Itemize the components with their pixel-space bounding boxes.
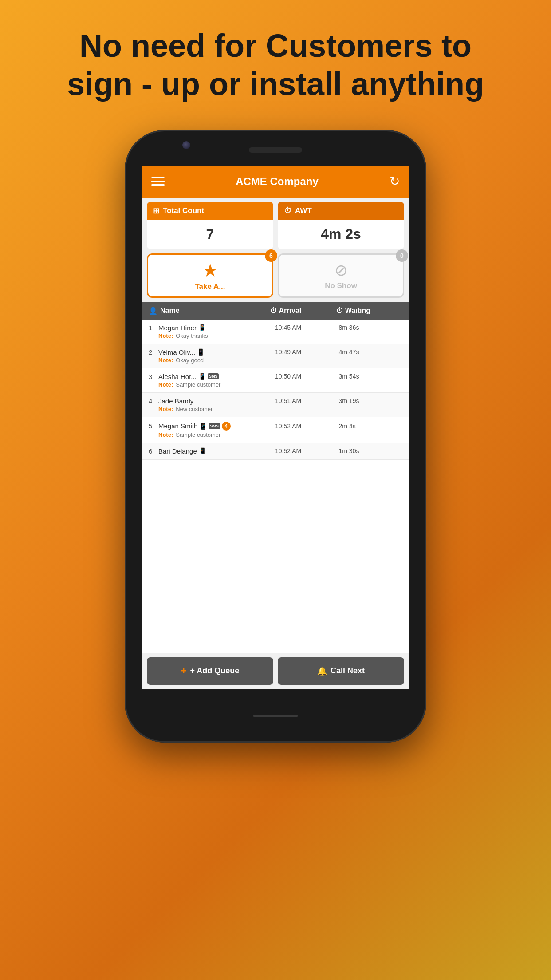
table-row[interactable]: 5 Megan Smith 📱SMS4 10:52 AM 2m 4s Note:… — [142, 417, 409, 443]
no-show-label: No Show — [325, 281, 357, 290]
queue-waiting: 4m 47s — [339, 348, 402, 356]
queue-arrival: 10:45 AM — [275, 324, 338, 331]
phone-top-bar — [125, 130, 426, 166]
col-name: Name — [160, 307, 180, 315]
table-row[interactable]: 1 Megan Hiner 📱 10:45 AM 8m 36s Note: Ok… — [142, 320, 409, 344]
note-label: Note: — [158, 357, 173, 364]
grid-icon: ⊞ — [153, 206, 159, 216]
stats-row: ⊞ Total Count 7 ⏱ AWT 4m 2s — [142, 198, 409, 253]
queue-name-cell: Velma Oliv... 📱 — [158, 348, 275, 356]
person-icon: 👤 — [149, 307, 157, 315]
note-label: Note: — [158, 406, 173, 412]
queue-name-cell: Bari Delange 📱 — [158, 447, 275, 455]
note-text: Okay thanks — [176, 332, 208, 339]
queue-arrival: 10:52 AM — [275, 447, 338, 454]
queue-arrival: 10:49 AM — [275, 348, 338, 356]
total-count-label: Total Count — [163, 206, 204, 215]
queue-note: Note: New customer — [149, 406, 402, 412]
add-queue-label: + Add Queue — [190, 666, 240, 676]
col-arrival: Arrival — [279, 307, 302, 315]
note-label: Note: — [158, 431, 173, 438]
total-count-value: 7 — [147, 220, 273, 249]
no-show-icon: ⊘ — [335, 261, 348, 280]
bell-icon: 🔔 — [317, 666, 327, 676]
phone-bottom — [253, 689, 298, 743]
add-queue-button[interactable]: + + Add Queue — [147, 657, 273, 685]
call-next-label: Call Next — [331, 666, 365, 676]
queue-number: 2 — [149, 348, 158, 356]
home-bar — [253, 715, 298, 717]
total-count-card: ⊞ Total Count 7 — [147, 202, 273, 249]
queue-waiting: 1m 30s — [339, 447, 402, 454]
clock-icon: ⏱ — [284, 206, 291, 215]
table-row[interactable]: 3 Alesha Hor... 📱SMS 10:50 AM 3m 54s Not… — [142, 368, 409, 393]
queue-name: Megan Smith — [158, 422, 197, 430]
table-row[interactable]: 4 Jade Bandy 10:51 AM 3m 19s Note: New c… — [142, 393, 409, 417]
queue-number: 3 — [149, 373, 158, 380]
queue-note: Note: Sample customer — [149, 431, 402, 438]
note-text: Okay good — [176, 357, 204, 364]
queue-name: Bari Delange — [158, 447, 197, 455]
queue-waiting: 3m 54s — [339, 373, 402, 380]
speaker — [249, 147, 302, 153]
queue-name: Alesha Hor... — [158, 373, 197, 380]
no-show-count: 0 — [396, 249, 408, 262]
queue-number: 1 — [149, 324, 158, 332]
sms-icon: SMS — [209, 423, 220, 429]
phone-screen: ACME Company ↻ ⊞ Total Count 7 ⏱ AWT 4m … — [142, 166, 409, 689]
app-title: ACME Company — [236, 175, 319, 188]
phone-icon: 📱 — [199, 447, 206, 454]
waiting-clock-icon: ⏱ — [336, 307, 343, 315]
queue-number: 6 — [149, 447, 158, 455]
call-next-button[interactable]: 🔔 Call Next — [278, 657, 404, 685]
queue-arrival: 10:52 AM — [275, 423, 338, 430]
menu-button[interactable] — [151, 177, 165, 186]
no-show-badge[interactable]: 0 ⊘ No Show — [278, 253, 404, 298]
awt-label: AWT — [295, 206, 312, 215]
app-header: ACME Company ↻ — [142, 166, 409, 198]
queue-note: Note: Sample customer — [149, 381, 402, 388]
table-header: 👤 Name ⏱ Arrival ⏱ Waiting — [142, 302, 409, 320]
queue-name-cell: Alesha Hor... 📱SMS — [158, 373, 275, 380]
note-text: New customer — [176, 406, 213, 412]
phone-icon: 📱 — [198, 324, 206, 331]
phone-icon: 📱 — [199, 423, 207, 430]
queue-waiting: 2m 4s — [339, 423, 402, 430]
queue-number: 4 — [149, 397, 158, 405]
take-a-count: 6 — [265, 249, 277, 262]
queue-note: Note: Okay good — [149, 357, 402, 364]
badges-row: 6 ★ Take A... 0 ⊘ No Show — [142, 253, 409, 302]
camera — [182, 141, 190, 149]
queue-number: 5 — [149, 422, 158, 430]
take-a-label: Take A... — [195, 282, 225, 291]
queue-list: 1 Megan Hiner 📱 10:45 AM 8m 36s Note: Ok… — [142, 320, 409, 460]
phone-frame: ACME Company ↻ ⊞ Total Count 7 ⏱ AWT 4m … — [125, 130, 426, 743]
queue-note: Note: Okay thanks — [149, 332, 402, 339]
phone-icon: 📱 — [198, 373, 206, 380]
queue-arrival: 10:50 AM — [275, 373, 338, 380]
queue-name-cell: Megan Hiner 📱 — [158, 324, 275, 332]
star-icon: ★ — [202, 260, 218, 281]
note-text: Sample customer — [176, 381, 220, 388]
queue-name: Velma Oliv... — [158, 348, 195, 356]
table-row[interactable]: 6 Bari Delange 📱 10:52 AM 1m 30s — [142, 443, 409, 460]
refresh-button[interactable]: ↻ — [390, 174, 400, 189]
queue-table: 👤 Name ⏱ Arrival ⏱ Waiting 1 Megan Hiner… — [142, 302, 409, 653]
arrival-clock-icon: ⏱ — [270, 307, 277, 315]
headline: No need for Customers to sign - up or in… — [31, 27, 520, 103]
table-row[interactable]: 2 Velma Oliv... 📱 10:49 AM 4m 47s Note: … — [142, 344, 409, 368]
bottom-buttons: + + Add Queue 🔔 Call Next — [142, 653, 409, 689]
sms-icon: SMS — [208, 373, 219, 379]
note-text: Sample customer — [176, 431, 220, 438]
awt-value: 4m 2s — [278, 220, 404, 249]
queue-name: Jade Bandy — [158, 397, 193, 405]
plus-icon: + — [181, 665, 187, 677]
col-waiting: Waiting — [345, 307, 370, 315]
queue-arrival: 10:51 AM — [275, 397, 338, 404]
queue-name: Megan Hiner — [158, 324, 197, 332]
take-a-badge[interactable]: 6 ★ Take A... — [147, 253, 273, 298]
queue-waiting: 3m 19s — [339, 397, 402, 404]
note-label: Note: — [158, 332, 173, 339]
queue-name-cell: Megan Smith 📱SMS4 — [158, 422, 275, 431]
badge-num-icon: 4 — [222, 422, 231, 431]
